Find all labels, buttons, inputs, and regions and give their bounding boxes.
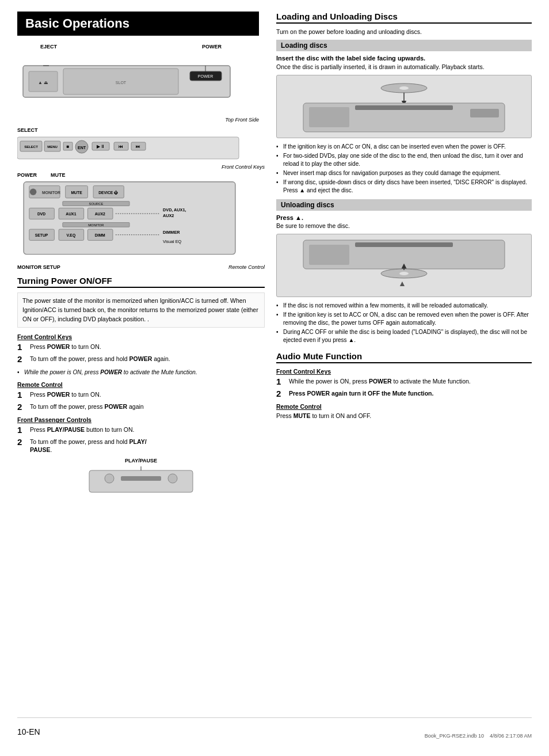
front-control-keys-label: Front Control Keys xyxy=(17,164,265,170)
svg-text:⏮: ⏮ xyxy=(119,144,123,149)
step-1-front: 1 Press POWER to turn ON. xyxy=(17,343,265,352)
svg-rect-55 xyxy=(121,476,161,481)
svg-rect-65 xyxy=(470,109,499,117)
unloading-bold: Press ▲. xyxy=(276,214,532,221)
step-2-remote: 2 To turn off the power, press POWER aga… xyxy=(17,402,265,412)
svg-text:SETUP: SETUP xyxy=(35,233,48,237)
right-column: Loading and Unloading Discs Turn on the … xyxy=(276,12,532,708)
svg-rect-68 xyxy=(309,245,349,265)
passenger-steps: 1 Press PLAY/PAUSE button to turn ON. 2 … xyxy=(17,426,265,454)
remote-control-subheading: Remote Control xyxy=(17,381,265,388)
svg-text:V.EQ: V.EQ xyxy=(67,233,76,238)
svg-text:MENU: MENU xyxy=(47,145,58,149)
unloading-bullet-3: During ACC OFF or while the disc is bein… xyxy=(276,328,532,344)
svg-text:SELECT: SELECT xyxy=(24,145,38,149)
front-ctrl-svg: SELECT MENU ■ ENT ▶⏸ ⏮ ⏭ xyxy=(17,134,242,163)
unloading-disc-image: ▲ xyxy=(276,234,532,297)
power-key-1: POWER xyxy=(47,343,70,350)
svg-text:▶⏸: ▶⏸ xyxy=(97,144,105,149)
unloading-bullet-1: If the disc is not removed within a few … xyxy=(276,302,532,310)
top-device-svg: ▲ ⏏ SLOT POWER xyxy=(17,54,236,120)
power-label: POWER xyxy=(202,44,222,50)
svg-point-56 xyxy=(105,474,114,483)
front-control-bullets: While the power is ON, press POWER to ac… xyxy=(17,368,265,377)
svg-text:AUX1: AUX1 xyxy=(66,212,76,216)
loading-text: Once the disc is partially inserted, it … xyxy=(276,63,532,70)
footer-meta: Book_PKG-RSE2.indb 10 4/8/06 2:17:08 AM xyxy=(425,733,532,739)
loading-bullet-2: For two-sided DVDs, play one side of the… xyxy=(276,152,532,168)
audio-mute-section: Audio Mute Function Front Control Keys 1… xyxy=(276,351,532,419)
svg-point-60 xyxy=(399,86,409,90)
svg-rect-54 xyxy=(89,470,193,492)
svg-point-26 xyxy=(30,188,37,195)
remote-device-diagram: POWER MUTE MONITOR MUTE DEVICE ⏻ xyxy=(17,172,265,270)
unloading-text: Be sure to remove the disc. xyxy=(276,222,532,229)
audio-step-1: 1 While the power is ON, press POWER to … xyxy=(276,377,532,387)
front-control-subheading: Front Control Keys xyxy=(17,333,265,340)
svg-rect-63 xyxy=(355,105,453,110)
svg-rect-67 xyxy=(355,242,453,247)
audio-mute-front-subheading: Front Control Keys xyxy=(276,368,532,375)
svg-text:■: ■ xyxy=(67,144,70,149)
front-control-diagram: SELECT MENU ■ ENT ▶⏸ ⏮ ⏭ xyxy=(17,134,265,170)
page-title: Basic Operations xyxy=(17,12,259,36)
remote-ctrl-svg: MONITOR MUTE DEVICE ⏻ SOURCE DVD AUX1 AU… xyxy=(17,179,242,265)
svg-text:MUTE: MUTE xyxy=(71,191,82,195)
svg-text:MONITOR: MONITOR xyxy=(88,223,104,227)
play-key-p1: PLAY/PAUSE xyxy=(47,426,85,433)
step-1-passenger: 1 Press PLAY/PAUSE button to turn ON. xyxy=(17,426,265,435)
front-control-steps: 1 Press POWER to turn ON. 2 To turn off … xyxy=(17,343,265,364)
audio-mute-remote-subheading: Remote Control xyxy=(276,403,532,410)
play-key-p2: PLAY/PAUSE xyxy=(30,438,147,454)
svg-text:ENT: ENT xyxy=(78,146,86,150)
power-key-r2: POWER xyxy=(104,403,127,410)
step-2-front: 2 To turn off the power, press and hold … xyxy=(17,355,265,364)
step-2-passenger: 2 To turn off the power, press and hold … xyxy=(17,438,265,454)
svg-text:Visual EQ: Visual EQ xyxy=(163,239,181,244)
page-number: 10-EN xyxy=(17,720,40,739)
svg-point-57 xyxy=(168,474,177,483)
loading-section: Loading and Unloading Discs Turn on the … xyxy=(276,12,532,344)
loading-bullet-4: If wrong disc, upside-down discs or dirt… xyxy=(276,178,532,195)
unloading-bullet-2: If the ignition key is set to ACC or ON,… xyxy=(276,311,532,327)
eject-label: EJECT xyxy=(40,44,57,50)
unloading-disc-svg: ▲ xyxy=(277,234,531,297)
turning-power-heading: Turning Power ON/OFF xyxy=(17,276,265,288)
loading-bullets: If the ignition key is on ACC or ON, a d… xyxy=(276,143,532,195)
loading-bold-text: Insert the disc with the label side faci… xyxy=(276,55,532,62)
top-device-diagram: EJECT POWER ▲ ⏏ SLOT POWER xyxy=(17,44,265,123)
svg-text:SLOT: SLOT xyxy=(116,81,127,85)
power-key-am1: POWER xyxy=(369,378,392,385)
loading-intro: Turn on the power before loading and unl… xyxy=(276,28,532,35)
main-content: Basic Operations EJECT POWER ▲ ⏏ SLOT PO… xyxy=(17,12,532,708)
power-key-2: POWER xyxy=(129,355,152,362)
audio-mute-heading: Audio Mute Function xyxy=(276,351,532,363)
svg-text:DEVICE ⏻: DEVICE ⏻ xyxy=(98,190,118,195)
svg-text:DVD, AUX1,: DVD, AUX1, xyxy=(163,207,186,212)
svg-point-70 xyxy=(399,272,409,275)
monitor-setup-label: MONITOR SETUP xyxy=(17,264,60,270)
page-footer: 10-EN Book_PKG-RSE2.indb 10 4/8/06 2:17:… xyxy=(17,717,532,739)
loading-bullet-1: If the ignition key is on ACC or ON, a d… xyxy=(276,143,532,151)
svg-text:DVD: DVD xyxy=(37,212,45,216)
svg-text:DIMMER: DIMMER xyxy=(163,230,180,235)
unloading-bullets: If the disc is not removed within a few … xyxy=(276,302,532,344)
mute-key: MUTE xyxy=(293,412,311,419)
audio-mute-steps: 1 While the power is ON, press POWER to … xyxy=(276,377,532,398)
play-pause-diagram: PLAY/PAUSE xyxy=(17,459,265,496)
svg-text:AUX2: AUX2 xyxy=(163,213,174,218)
power-key-r1: POWER xyxy=(47,391,70,398)
power2-label: POWER xyxy=(17,172,37,178)
turning-power-section: Turning Power ON/OFF The power state of … xyxy=(17,276,265,496)
mute-label: MUTE xyxy=(51,172,66,178)
loading-bullet-3: Never insert map discs for navigation pu… xyxy=(276,169,532,177)
svg-text:DIMM: DIMM xyxy=(95,233,105,237)
play-pause-label: PLAY/PAUSE xyxy=(125,458,157,464)
audio-step-2: 2 Press POWER again turn it OFF the Mute… xyxy=(276,389,532,399)
svg-text:▲ ⏏: ▲ ⏏ xyxy=(38,80,48,85)
loading-discs-subheading: Loading discs xyxy=(276,40,532,51)
select-label: SELECT xyxy=(17,127,265,133)
power-key-am2: Press POWER again turn it OFF the Mute f… xyxy=(289,390,433,397)
svg-rect-64 xyxy=(309,107,349,127)
power-key-italic: POWER xyxy=(100,369,122,375)
